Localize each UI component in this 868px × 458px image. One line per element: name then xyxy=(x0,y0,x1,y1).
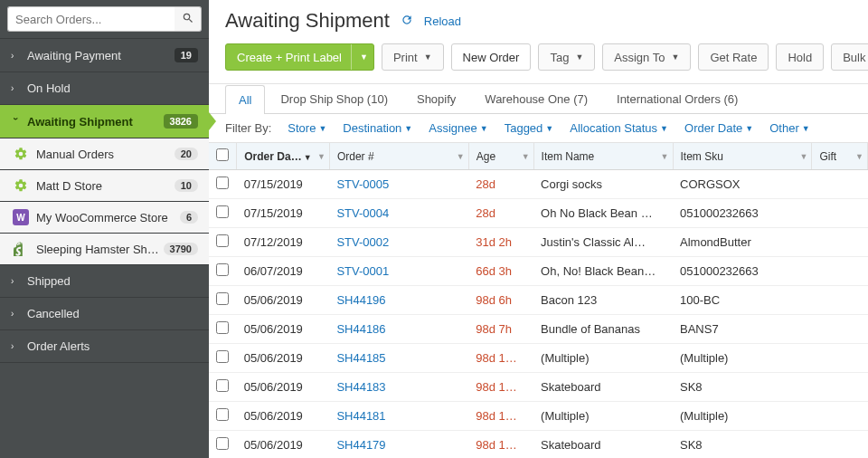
table-row[interactable]: 06/07/2019STV-000166d 3hOh, No! Black Be… xyxy=(209,257,868,286)
table-row[interactable]: 05/06/2019SH4417998d 1…SkateboardSK8 xyxy=(209,431,868,459)
filter-text: Order Date xyxy=(684,121,742,135)
col-order-number[interactable]: Order #▼ xyxy=(329,143,468,170)
tag-button[interactable]: Tag▼ xyxy=(538,43,595,71)
filter-store[interactable]: Store▼ xyxy=(288,121,326,135)
cell-checkbox[interactable] xyxy=(209,402,237,431)
sidebar-item-cancelled[interactable]: › Cancelled xyxy=(0,298,209,330)
tab-label: Shopify xyxy=(417,92,456,106)
row-checkbox[interactable] xyxy=(216,205,229,218)
table-row[interactable]: 05/06/2019SH4418698d 7hBundle of Bananas… xyxy=(209,315,868,344)
search-button[interactable] xyxy=(175,6,202,32)
col-item-name[interactable]: Item Name▼ xyxy=(533,143,673,170)
cell-checkbox[interactable] xyxy=(209,199,237,228)
sidebar-item-awaiting-shipment[interactable]: › Awaiting Shipment 3826 xyxy=(0,105,209,138)
sub-count: 20 xyxy=(175,148,198,160)
sidebar-sub-matt-d-store[interactable]: Matt D Store 10 xyxy=(0,170,209,202)
cell-checkbox[interactable] xyxy=(209,228,237,257)
reload-link[interactable]: Reload xyxy=(424,14,461,28)
cell-sku: (Multiple) xyxy=(673,344,812,373)
filter-assignee[interactable]: Assignee▼ xyxy=(429,121,487,135)
caret-down-icon: ▼ xyxy=(360,52,368,62)
sidebar-item-awaiting-payment[interactable]: › Awaiting Payment 19 xyxy=(0,39,209,72)
table-row[interactable]: 05/06/2019SH4418398d 1…SkateboardSK8 xyxy=(209,373,868,402)
table-row[interactable]: 05/06/2019SH4418198d 1…(Multiple)(Multip… xyxy=(209,402,868,431)
print-button[interactable]: Print▼ xyxy=(382,43,444,71)
tab-warehouse-one[interactable]: Warehouse One (7) xyxy=(471,84,601,113)
col-gift[interactable]: Gift▼ xyxy=(812,143,868,170)
row-checkbox[interactable] xyxy=(216,292,229,305)
filter-destination[interactable]: Destination▼ xyxy=(343,121,412,135)
sidebar-sub-manual-orders[interactable]: Manual Orders 20 xyxy=(0,138,209,170)
col-item-sku[interactable]: Item Sku▼ xyxy=(673,143,812,170)
table-row[interactable]: 07/15/2019STV-000428dOh No Black Bean …0… xyxy=(209,199,868,228)
cell-checkbox[interactable] xyxy=(209,170,237,199)
button-label: New Order xyxy=(463,51,520,64)
table-row[interactable]: 07/12/2019STV-000231d 2hJustin's Classic… xyxy=(209,228,868,257)
cell-checkbox[interactable] xyxy=(209,286,237,315)
bulk-update-button[interactable]: Bulk Update xyxy=(831,43,868,71)
cell-checkbox[interactable] xyxy=(209,315,237,344)
sidebar-sub-sleeping-hamster[interactable]: Sleeping Hamster Sh… 3790 xyxy=(0,234,209,265)
col-age[interactable]: Age▼ xyxy=(468,143,533,170)
cell-order-link[interactable]: STV-0004 xyxy=(329,199,468,228)
table-header-row: Order Da…▼▼ Order #▼ Age▼ Item Name▼ Ite… xyxy=(209,143,868,170)
row-checkbox[interactable] xyxy=(216,379,229,392)
reload-icon[interactable] xyxy=(401,14,413,29)
cell-order-link[interactable]: STV-0001 xyxy=(329,257,468,286)
cell-order-link[interactable]: STV-0002 xyxy=(329,228,468,257)
filter-other[interactable]: Other▼ xyxy=(769,121,809,135)
select-all-checkbox[interactable] xyxy=(216,148,229,161)
search-input[interactable] xyxy=(7,6,175,32)
cell-order-link[interactable]: SH44185 xyxy=(329,344,468,373)
nav-label: Awaiting Payment xyxy=(27,49,175,62)
filter-tagged[interactable]: Tagged▼ xyxy=(505,121,554,135)
cell-checkbox[interactable] xyxy=(209,431,237,459)
sidebar-sub-woocommerce[interactable]: W My WooCommerce Store 6 xyxy=(0,202,209,234)
cell-order-link[interactable]: SH44181 xyxy=(329,402,468,431)
table-row[interactable]: 05/06/2019SH4418598d 1…(Multiple)(Multip… xyxy=(209,344,868,373)
row-checkbox[interactable] xyxy=(216,263,229,276)
orders-table-wrap[interactable]: Order Da…▼▼ Order #▼ Age▼ Item Name▼ Ite… xyxy=(209,143,868,458)
sidebar-item-shipped[interactable]: › Shipped xyxy=(0,265,209,298)
row-checkbox[interactable] xyxy=(216,321,229,334)
cell-item-name: Skateboard xyxy=(533,431,673,459)
cell-order-link[interactable]: SH44179 xyxy=(329,431,468,459)
col-order-date[interactable]: Order Da…▼▼ xyxy=(237,143,330,170)
cell-order-link[interactable]: SH44183 xyxy=(329,373,468,402)
caret-down-icon: ▼ xyxy=(317,152,326,161)
cell-order-link[interactable]: SH44196 xyxy=(329,286,468,315)
cell-age: 98d 1… xyxy=(468,373,533,402)
cell-age: 66d 3h xyxy=(468,257,533,286)
new-order-button[interactable]: New Order xyxy=(451,43,532,71)
filter-bar: Filter By: Store▼ Destination▼ Assignee▼… xyxy=(209,114,868,143)
tab-all[interactable]: All xyxy=(225,85,265,114)
tab-drop-ship[interactable]: Drop Ship Shop (10) xyxy=(267,84,401,113)
table-row[interactable]: 05/06/2019SH4419698d 6hBacon 123100-BC xyxy=(209,286,868,315)
cell-checkbox[interactable] xyxy=(209,344,237,373)
tab-shopify[interactable]: Shopify xyxy=(403,84,469,113)
row-checkbox[interactable] xyxy=(216,177,229,189)
get-rate-button[interactable]: Get Rate xyxy=(698,43,769,71)
filter-allocation[interactable]: Allocation Status▼ xyxy=(570,121,668,135)
row-checkbox[interactable] xyxy=(216,350,229,363)
filter-order-date[interactable]: Order Date▼ xyxy=(684,121,753,135)
cell-gift xyxy=(812,170,868,199)
cell-checkbox[interactable] xyxy=(209,373,237,402)
cell-order-link[interactable]: STV-0005 xyxy=(329,170,468,199)
assign-to-button[interactable]: Assign To▼ xyxy=(602,43,691,71)
sidebar-item-order-alerts[interactable]: › Order Alerts xyxy=(0,330,209,363)
cell-checkbox[interactable] xyxy=(209,257,237,286)
sidebar-item-on-hold[interactable]: › On Hold xyxy=(0,72,209,105)
create-print-label-button[interactable]: Create + Print Label ▼ xyxy=(225,43,374,71)
table-row[interactable]: 07/15/2019STV-000528dCorgi socksCORGSOX xyxy=(209,170,868,199)
hold-button[interactable]: Hold xyxy=(776,43,824,71)
col-checkbox[interactable] xyxy=(209,143,237,170)
row-checkbox[interactable] xyxy=(216,408,229,421)
cell-order-link[interactable]: SH44186 xyxy=(329,315,468,344)
tab-international[interactable]: International Orders (6) xyxy=(603,84,751,113)
filter-text: Destination xyxy=(343,121,401,135)
row-checkbox[interactable] xyxy=(216,234,229,247)
sub-label: My WooCommerce Store xyxy=(36,211,180,224)
row-checkbox[interactable] xyxy=(216,437,229,450)
col-label: Item Sku xyxy=(681,150,723,163)
